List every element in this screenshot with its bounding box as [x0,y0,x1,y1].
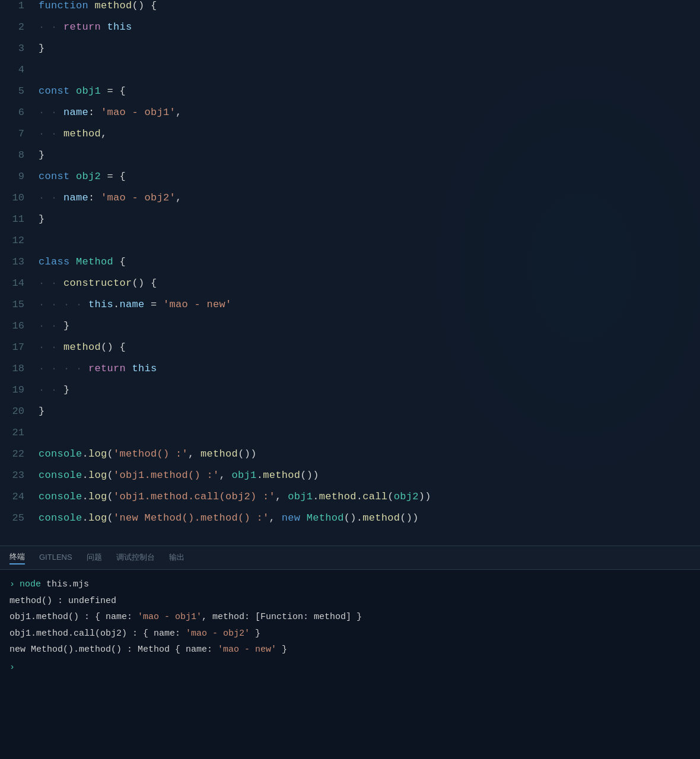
token-cls: Method [76,256,113,267]
token-prop: name [63,192,88,203]
line-number: 9 [0,171,39,182]
token-this: this [132,363,157,374]
token-fn: call [362,491,387,502]
line-content: class Method { [39,256,700,267]
token-prop: name [63,107,88,118]
line-number: 23 [0,470,39,481]
token-str: 'obj1.method() :' [113,470,219,481]
token-plain: } [39,43,45,54]
token-plain: , [269,512,282,524]
token-kw: function [39,0,88,11]
token-log: log [88,470,107,481]
prompt-arrow-end: › [9,660,15,675]
line-number: 16 [0,320,39,331]
token-this: this [88,299,113,310]
token-plain: } [39,149,45,161]
token-fn: method [263,470,300,481]
line-content: · · } [39,384,700,396]
code-line: 22console.log('method() :', method()) [0,448,700,470]
token-str: 'method() :' [113,448,188,460]
line-content: console.log('new Method().method() :', n… [39,512,700,524]
token-plain: (). [344,512,363,524]
terminal-command: node this.mjs [20,577,89,592]
cmd-file: this.mjs [46,579,89,589]
token-plain: )) [419,491,431,502]
indent-dots: · · · · [39,363,88,374]
token-plain: ()) [300,470,319,481]
code-line: 13class Method { [0,256,700,278]
code-line: 7· · method, [0,128,700,149]
tab-problems[interactable]: 问题 [87,552,102,564]
tab-output[interactable]: 输出 [169,552,184,564]
terminal-output-line: new Method().method() : Method { name: '… [9,642,691,658]
indent-dots: · · [39,107,63,118]
line-content: console.log('obj1.method() :', obj1.meth… [39,470,700,481]
token-var: obj1 [232,470,257,481]
code-line: 24console.log('obj1.method.call(obj2) :'… [0,491,700,512]
token-fn: constructor [63,278,132,289]
indent-dots: · · [39,320,63,331]
token-plain: : [88,192,101,203]
token-cls: Method [307,512,344,524]
code-line: 9const obj2 = { [0,171,700,192]
line-number: 7 [0,128,39,139]
line-number: 1 [0,0,39,11]
token-this: this [107,21,132,33]
line-content: const obj1 = { [39,85,700,97]
tab-debug-console[interactable]: 调试控制台 [116,552,155,564]
line-number: 24 [0,491,39,502]
line-content: console.log('obj1.method.call(obj2) :', … [39,491,700,502]
line-number: 11 [0,213,39,225]
code-line: 14· · constructor() { [0,278,700,299]
indent-dots: · · [39,278,63,289]
token-plain: ( [107,512,114,524]
terminal-panel: 终端 GITLENS 问题 调试控制台 输出 › node this.mjs m… [0,546,700,759]
code-line: 11} [0,213,700,235]
token-plain: . [82,512,89,524]
terminal-content: › node this.mjs method() : undefinedobj1… [0,570,700,682]
line-content: · · method, [39,128,700,139]
token-plain: ( [387,491,394,502]
tab-terminal[interactable]: 终端 [9,551,25,565]
token-plain: : [88,107,101,118]
token-plain: = { [101,85,126,97]
line-content: · · name: 'mao - obj2', [39,192,700,203]
token-plain [101,21,107,33]
token-kw: const [39,85,70,97]
line-number: 5 [0,85,39,97]
indent-dots: · · [39,21,63,33]
line-content: · · constructor() { [39,278,700,289]
line-content: console.log('method() :', method()) [39,448,700,460]
token-plain: ( [107,448,114,460]
line-number: 20 [0,406,39,417]
token-plain: , [176,192,182,203]
tab-gitlens[interactable]: GITLENS [39,553,72,563]
token-fn: method [201,448,238,460]
code-line: 21 [0,427,700,448]
token-plain [300,512,307,524]
token-var: obj2 [394,491,419,502]
code-line: 25console.log('new Method().method() :',… [0,512,700,534]
token-plain: = { [101,171,126,182]
code-line: 18· · · · return this [0,363,700,384]
token-log: log [88,491,107,502]
token-str: 'mao - obj2' [101,192,176,203]
terminal-cursor-line: › [9,660,691,675]
token-console: console [39,512,82,524]
token-plain: } [63,320,70,331]
token-fn: method [63,128,101,139]
code-line: 17· · method() { [0,342,700,363]
token-plain: } [63,384,70,396]
token-plain: ( [107,470,114,481]
token-plain: ()) [238,448,257,460]
line-number: 25 [0,512,39,524]
code-line: 6· · name: 'mao - obj1', [0,107,700,128]
terminal-prompt-line: › node this.mjs [9,577,691,592]
code-line: 19· · } [0,384,700,406]
token-str: 'obj1.method.call(obj2) :' [113,491,275,502]
indent-dots: · · [39,128,63,139]
token-var: obj1 [288,491,313,502]
prompt-arrow: › [9,577,15,592]
token-plain: () { [132,278,157,289]
line-content: · · · · this.name = 'mao - new' [39,299,700,310]
